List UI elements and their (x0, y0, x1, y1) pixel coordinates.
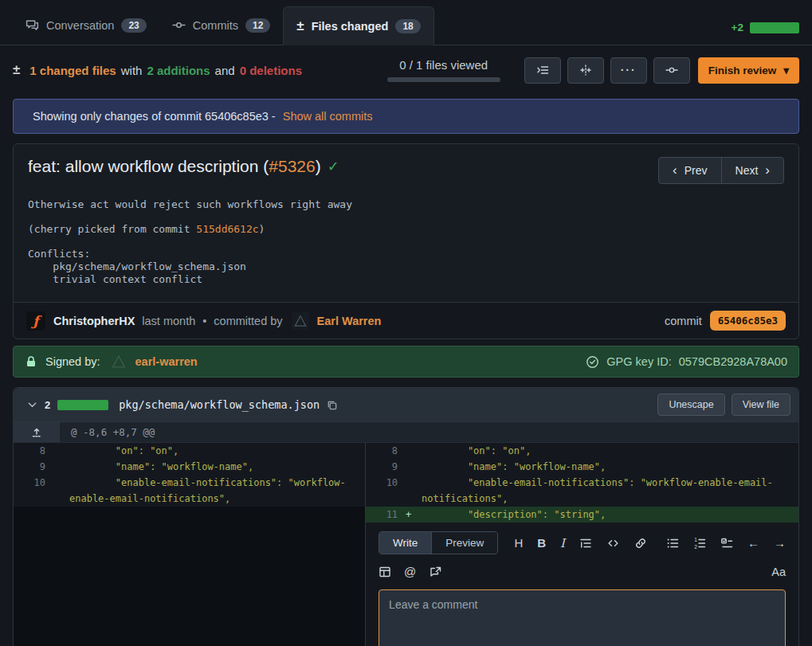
diff-column-old: 8 "on": "on", 9 "name": "workflow-name", (14, 443, 366, 646)
diff-line[interactable]: 10 "enable-email-notifications": "workfl… (14, 475, 365, 507)
commit-title-text: feat: allow workflow description ( (28, 157, 269, 175)
numbered-list-button[interactable]: 12 (693, 537, 706, 550)
reference-button[interactable] (429, 566, 442, 578)
commit-hash-badge[interactable]: 65406c85e3 (710, 311, 786, 331)
diff-line[interactable]: 8 "on": "on", (366, 443, 798, 459)
diff-line[interactable]: 9 "name": "workflow-name", (366, 459, 798, 475)
view-file-button[interactable]: View file (732, 393, 790, 416)
files-viewed-progressbar (387, 77, 500, 82)
commit-body-line: Otherwise act would reject such workflow… (28, 198, 784, 211)
changed-files-count[interactable]: 1 changed files (29, 64, 116, 77)
cherry-pick-commit-link[interactable]: 515dd6612c (196, 223, 258, 235)
triangle-avatar-icon (111, 354, 127, 370)
file-tree-toggle-button[interactable] (524, 57, 561, 84)
tab-preview[interactable]: Preview (431, 532, 497, 554)
link-icon (634, 537, 647, 550)
file-name[interactable]: pkg/schema/workflow_schema.json (119, 398, 320, 411)
unescape-button[interactable]: Unescape (657, 393, 724, 416)
files-viewed-label: 0 / 1 files viewed (387, 58, 500, 72)
gpg-signed-banner: Signed by: earl-warren GPG key ID: 0579C… (13, 346, 799, 378)
redo-button[interactable]: → (774, 536, 786, 550)
gpg-key-info: GPG key ID: 0579CB2928A78A00 (586, 355, 787, 369)
fold-file-button[interactable] (26, 399, 38, 411)
line-code: "enable-email-notifications": "workflow-… (69, 475, 365, 507)
line-number[interactable]: 10 (366, 475, 406, 507)
expand-hunk-button[interactable] (14, 422, 60, 442)
hunk-header-row: @ -8,6 +8,7 @@ (14, 422, 798, 443)
diff-line[interactable]: 11 + "description": "string", (366, 507, 798, 523)
mention-button[interactable]: @ (404, 565, 416, 578)
signed-by-label: Signed by: (45, 355, 100, 368)
empty-diff-filler (14, 507, 365, 646)
line-number[interactable]: 11 (366, 507, 406, 523)
file-tree-icon (536, 64, 549, 76)
quote-button[interactable] (579, 537, 592, 550)
diff-line[interactable]: 10 "enable-email-notifications": "workfl… (366, 475, 798, 507)
editor-toolbar: Write Preview H B I (379, 531, 786, 554)
split-diff: 8 "on": "on", 9 "name": "workflow-name", (14, 443, 798, 646)
italic-button[interactable]: I (560, 536, 565, 550)
line-number[interactable]: 8 (14, 443, 53, 459)
line-number[interactable]: 9 (14, 459, 53, 475)
task-list-button[interactable] (720, 537, 733, 550)
quote-icon (579, 537, 592, 550)
commit-select-button[interactable] (653, 57, 690, 84)
commit-message-body: Otherwise act would reject such workflow… (14, 187, 798, 302)
finish-review-label: Finish review (708, 65, 777, 76)
triangle-avatar-icon (293, 314, 308, 328)
table-icon (379, 566, 391, 578)
signer-avatar[interactable] (110, 353, 127, 370)
commit-filter-banner: Showing only changes of commit 65406c85e… (13, 99, 799, 134)
status-check-icon[interactable]: ✓ (328, 158, 339, 175)
tab-conversation[interactable]: Conversation 23 (13, 6, 159, 45)
finish-review-button[interactable]: Finish review ▾ (698, 57, 799, 84)
author-name[interactable]: ChristopherHX (53, 315, 135, 327)
line-marker (53, 459, 69, 475)
signer-name[interactable]: earl-warren (135, 355, 198, 368)
committer-avatar[interactable] (292, 312, 309, 330)
diff-file-box: 2 pkg/schema/workflow_schema.json Unesca… (13, 387, 799, 646)
tab-write[interactable]: Write (379, 532, 431, 554)
diff-line[interactable]: 9 "name": "workflow-name", (14, 459, 365, 475)
ellipsis-icon: ··· (621, 64, 637, 76)
table-button[interactable] (379, 566, 391, 578)
next-commit-button[interactable]: Next › (721, 157, 784, 184)
tab-commits[interactable]: Commits 12 (159, 6, 284, 45)
split-diff-button[interactable] (567, 57, 604, 84)
banner-text: Showing only changes of commit 65406c85e… (33, 110, 276, 123)
link-button[interactable] (634, 537, 647, 550)
inline-comment-form: Write Preview H B I (366, 523, 798, 646)
tab-files-changed[interactable]: ± Files changed 18 (283, 6, 433, 45)
verified-badge-icon (586, 355, 599, 369)
committer-name[interactable]: Earl Warren (317, 315, 382, 327)
heading-button[interactable]: H (514, 536, 523, 550)
show-all-commits-link[interactable]: Show all commits (283, 110, 373, 123)
undo-button[interactable]: ← (747, 536, 759, 550)
diff-line[interactable]: 8 "on": "on", (14, 443, 365, 459)
line-number[interactable]: 9 (366, 459, 406, 475)
commit-author-row: ƒ ChristopherHX last month • committed b… (14, 302, 798, 339)
expand-up-icon (30, 426, 43, 439)
code-button[interactable] (606, 537, 620, 550)
copy-path-button[interactable] (326, 399, 338, 411)
line-code: "on": "on", (69, 443, 365, 459)
line-marker (53, 443, 69, 459)
author-avatar[interactable]: ƒ (26, 311, 45, 331)
diff-icon: ± (296, 18, 304, 34)
file-diffstat-bar (57, 400, 108, 410)
bold-button[interactable]: B (537, 536, 546, 550)
commit-message-box: feat: allow workflow description (#5326)… (13, 143, 799, 339)
diff-column-new: 8 "on": "on", 9 "name": "workflow-name", (366, 443, 798, 646)
bullet-list-button[interactable] (666, 537, 679, 550)
font-size-button[interactable]: Aa (771, 566, 786, 578)
tab-conversation-label: Conversation (46, 19, 114, 32)
line-number[interactable]: 8 (366, 443, 406, 459)
diff-options-button[interactable]: ··· (610, 57, 647, 84)
line-marker (406, 443, 422, 459)
prev-commit-button[interactable]: ‹ Prev (658, 157, 721, 184)
issue-link[interactable]: #5326 (269, 157, 315, 175)
line-number[interactable]: 10 (14, 475, 53, 507)
tab-files-changed-count: 18 (395, 19, 420, 33)
summary-with: with (121, 64, 143, 77)
comment-input[interactable] (379, 589, 786, 646)
